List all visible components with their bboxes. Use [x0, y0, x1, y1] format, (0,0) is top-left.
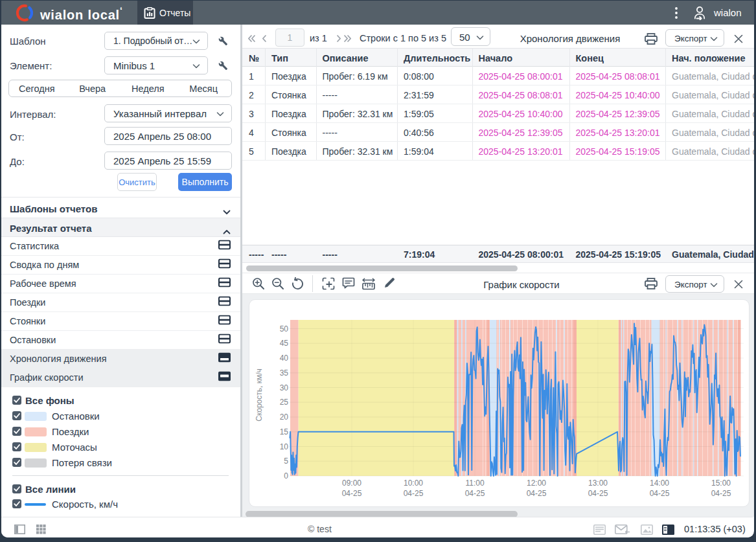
- svg-text:09:00: 09:00: [342, 479, 361, 488]
- svg-text:11:00: 11:00: [465, 479, 484, 488]
- svg-text:40: 40: [280, 354, 289, 363]
- svg-text:04-25: 04-25: [650, 489, 670, 498]
- svg-text:30: 30: [280, 383, 289, 392]
- svg-text:14:00: 14:00: [650, 479, 669, 488]
- svg-text:20: 20: [280, 412, 289, 422]
- svg-text:04-25: 04-25: [342, 489, 362, 498]
- svg-text:04-25: 04-25: [465, 489, 485, 498]
- svg-text:04-25: 04-25: [588, 489, 608, 498]
- svg-text:13:00: 13:00: [588, 479, 608, 488]
- svg-text:10:00: 10:00: [404, 479, 423, 488]
- svg-text:10: 10: [280, 442, 289, 451]
- svg-text:12:00: 12:00: [527, 479, 546, 488]
- svg-text:5: 5: [284, 457, 288, 466]
- svg-text:0: 0: [284, 471, 288, 480]
- svg-text:Скорость, км/ч: Скорость, км/ч: [255, 368, 264, 422]
- svg-text:50: 50: [280, 324, 289, 333]
- svg-text:35: 35: [280, 368, 289, 378]
- svg-text:45: 45: [280, 339, 289, 348]
- svg-text:15: 15: [280, 427, 289, 436]
- svg-text:04-25: 04-25: [527, 489, 547, 498]
- svg-text:15:00: 15:00: [711, 479, 731, 488]
- svg-text:04-25: 04-25: [711, 489, 731, 498]
- svg-text:25: 25: [280, 398, 289, 407]
- svg-text:04-25: 04-25: [404, 489, 424, 498]
